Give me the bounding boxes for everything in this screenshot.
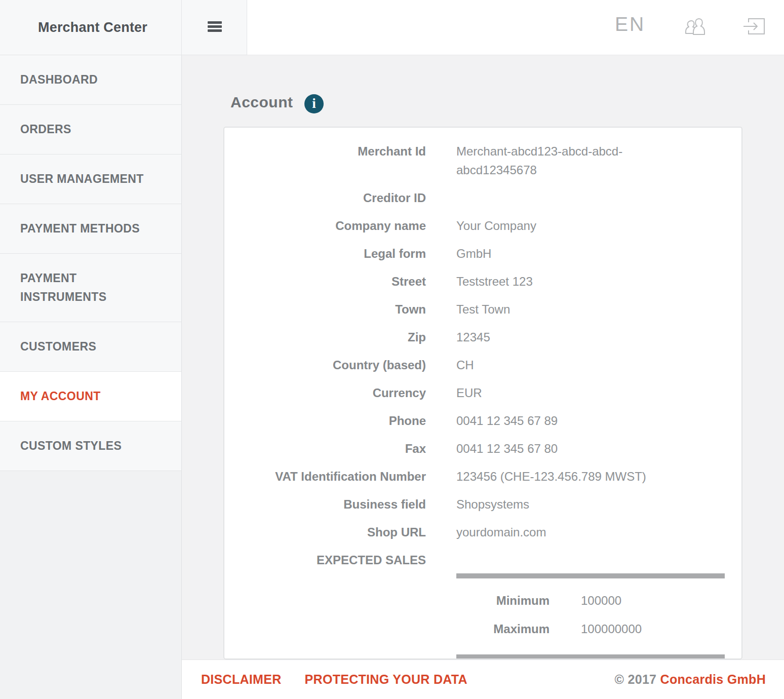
minimum-label: Minimum [224,591,550,610]
field-row: Legal form GmbH [224,244,741,263]
language-selector[interactable]: EN [615,13,645,35]
field-value: yourdomain.com [456,523,675,541]
sidebar-item-payment-instruments[interactable]: PAYMENT INSTRUMENTS [0,254,181,322]
field-label: Currency [224,383,426,402]
sidebar-item-dashboard[interactable]: DASHBOARD [0,55,181,105]
field-row: Fax 0041 12 345 67 80 [224,439,741,458]
field-label: Shop URL [224,523,426,541]
copyright: © 2017 Concardis GmbH [615,672,766,687]
sidebar-nav: DASHBOARD ORDERS USER MANAGEMENT PAYMENT… [0,55,182,699]
users-icon[interactable] [684,18,708,38]
field-row: Zip 12345 [224,328,741,346]
sidebar-item-label: USER MANAGEMENT [20,170,144,188]
sidebar-item-label: PAYMENT METHODS [20,219,140,238]
field-label: VAT Identification Number [224,467,426,486]
field-row: Merchant Id Merchant-abcd123-abcd-abcd-a… [224,142,741,179]
hamburger-icon [208,21,222,33]
minimum-value: 100000 [581,591,621,610]
sidebar-item-label: CUSTOMERS [20,337,96,356]
field-label: Legal form [224,244,426,263]
field-value: Merchant-abcd123-abcd-abcd-abcd12345678 [456,142,675,179]
expected-sales-label: EXPECTED SALES [224,551,426,569]
field-value: Test Town [456,300,675,319]
field-value: Shopsystems [456,495,675,514]
field-value [456,188,675,207]
sidebar-item-my-account[interactable]: MY ACCOUNT [0,372,181,421]
field-value: Teststreet 123 [456,272,675,291]
copyright-year: © 2017 [615,672,657,686]
sidebar-item-customers[interactable]: CUSTOMERS [0,322,181,372]
merchant-center-app: Merchant Center EN DASHBOARD [0,0,784,699]
account-fields: Merchant Id Merchant-abcd123-abcd-abcd-a… [224,128,741,659]
header: Merchant Center EN [0,0,784,55]
field-row: VAT Identification Number 123456 (CHE-12… [224,467,741,486]
expected-sales-divider-bottom [456,654,725,659]
field-label: Business field [224,495,426,514]
footer-link-protecting-your-data[interactable]: PROTECTING YOUR DATA [305,672,467,687]
app-title: Merchant Center [0,0,182,55]
field-row: Company name Your Company [224,216,741,235]
maximum-label: Maximum [224,619,550,638]
maximum-row: Maximum 100000000 [224,619,741,638]
sidebar-item-custom-styles[interactable]: CUSTOM STYLES [0,421,181,471]
sidebar-item-user-management[interactable]: USER MANAGEMENT [0,154,181,204]
field-row: Business field Shopsystems [224,495,741,514]
field-value: GmbH [456,244,675,263]
field-row: Town Test Town [224,300,741,319]
field-value: 12345 [456,328,675,346]
field-label: Fax [224,439,426,458]
sidebar-item-label: CUSTOM STYLES [20,437,122,455]
field-label: Country (based) [224,356,426,374]
sidebar-toggle-button[interactable] [182,0,247,55]
expected-sales-row: EXPECTED SALES [224,551,741,569]
field-row: Phone 0041 12 345 67 89 [224,411,741,430]
field-value: EUR [456,383,675,402]
sidebar-item-label: PAYMENT INSTRUMENTS [20,269,146,306]
page-title: Account [230,94,293,111]
expected-sales-divider-top [456,573,725,578]
field-label: Creditor ID [224,188,426,207]
field-row: Country (based) CH [224,356,741,374]
footer: DISCLAIMER PROTECTING YOUR DATA © 2017 C… [182,659,784,699]
field-label: Company name [224,216,426,235]
sidebar-item-label: MY ACCOUNT [20,387,101,406]
minimum-row: Minimum 100000 [224,591,741,610]
logout-icon[interactable] [742,17,766,38]
field-value: 123456 (CHE-123.456.789 MWST) [456,467,675,486]
sidebar-item-label: DASHBOARD [20,70,98,89]
field-label: Street [224,272,426,291]
sidebar-item-label: ORDERS [20,120,71,139]
field-label: Town [224,300,426,319]
field-value: Your Company [456,216,675,235]
field-value: 0041 12 345 67 89 [456,411,675,430]
field-label: Merchant Id [224,142,426,179]
field-row: Creditor ID [224,188,741,207]
footer-link-disclaimer[interactable]: DISCLAIMER [201,672,282,687]
account-card: Merchant Id Merchant-abcd123-abcd-abcd-a… [223,127,742,659]
field-row: Currency EUR [224,383,741,402]
field-row: Street Teststreet 123 [224,272,741,291]
sidebar-item-orders[interactable]: ORDERS [0,105,181,154]
sidebar-item-payment-methods[interactable]: PAYMENT METHODS [0,204,181,254]
field-label: Phone [224,411,426,430]
maximum-value: 100000000 [581,619,642,638]
field-value: 0041 12 345 67 80 [456,439,675,458]
field-label: Zip [224,328,426,346]
copyright-company-link[interactable]: Concardis GmbH [660,672,766,686]
field-value: CH [456,356,675,374]
field-row: Shop URL yourdomain.com [224,523,741,541]
info-icon[interactable]: i [304,94,324,113]
